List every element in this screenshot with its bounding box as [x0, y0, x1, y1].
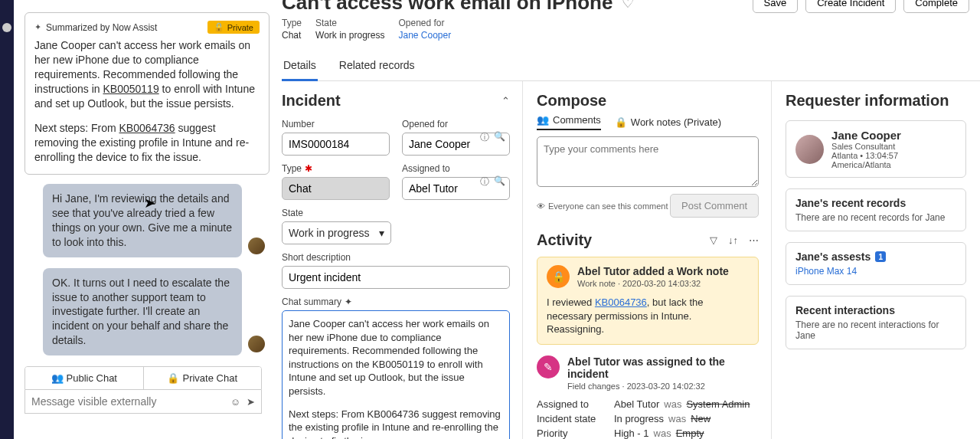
tab-details[interactable]: Details — [282, 54, 318, 81]
recent-records-empty: There are no recent records for Jane — [795, 212, 956, 223]
assets-count-badge: 1 — [875, 251, 886, 262]
kb-link[interactable]: KB0050119 — [103, 83, 158, 95]
agent-message: Hi Jane, I'm reviewing the details and s… — [43, 184, 242, 257]
comment-textarea[interactable] — [537, 136, 759, 187]
recent-interactions-card[interactable]: Recent interactions There are no recent … — [786, 296, 966, 349]
short-description-field[interactable] — [282, 266, 510, 289]
assignment-meta: Field changes · 2023-03-20 14:02:32 — [567, 382, 759, 391]
sort-icon[interactable]: ↓↑ — [728, 234, 738, 246]
field-change-entry: ✎ Abel Tutor was assigned to the inciden… — [537, 355, 759, 439]
more-icon[interactable]: ⋯ — [749, 234, 759, 246]
sparkle-icon: ✦ — [345, 296, 352, 307]
requester-role: Sales Consultant — [831, 142, 956, 151]
incident-section-title: Incident — [282, 92, 341, 110]
agent-message: OK. It turns out I need to escalate the … — [43, 268, 242, 355]
meta-type-value: Chat — [282, 30, 302, 41]
requester-avatar — [795, 135, 824, 164]
meta-state-value: Work in progress — [315, 30, 384, 41]
compose-section-title: Compose — [537, 92, 759, 110]
interactions-empty: There are no recent interactions for Jan… — [795, 319, 956, 341]
visibility-note: 👁 Everyone can see this comment — [537, 201, 668, 211]
meta-type-label: Type — [282, 18, 302, 28]
eye-icon: 👁 — [537, 201, 545, 211]
lock-icon: 🔒 — [167, 372, 179, 384]
complete-button[interactable]: Complete — [903, 0, 969, 13]
create-incident-button[interactable]: Create Incident — [805, 0, 896, 13]
public-chat-tab[interactable]: 👥 Public Chat — [25, 367, 143, 389]
required-icon: ✱ — [305, 163, 312, 174]
meta-openedfor-label: Opened for — [399, 18, 452, 28]
people-icon: 👥 — [51, 372, 64, 384]
type-label: Type — [282, 163, 302, 174]
favorite-icon[interactable]: ♡ — [622, 0, 634, 11]
post-comment-button[interactable]: Post Comment — [670, 194, 759, 218]
chat-summary-field[interactable]: Jane Cooper can't access her work emails… — [282, 310, 510, 439]
state-label: State — [282, 208, 391, 218]
app-rail-item[interactable] — [2, 23, 11, 32]
info-icon[interactable]: ⓘ — [480, 175, 489, 188]
assets-card[interactable]: Jane's assests 1 iPhone Max 14 — [786, 242, 966, 285]
meta-openedfor-value[interactable]: Jane Cooper — [399, 30, 452, 41]
page-title: Can't access work email on iPhone — [282, 0, 612, 13]
tab-related-records[interactable]: Related records — [338, 54, 416, 80]
work-notes-tab[interactable]: 🔒 Work notes (Private) — [615, 114, 721, 130]
collapse-icon[interactable]: ⌃ — [501, 95, 510, 106]
filter-icon[interactable]: ▽ — [710, 234, 717, 246]
number-label: Number — [282, 119, 390, 129]
now-assist-summary-card: ✦ Summarized by Now Assist 🔒 Private Jan… — [24, 12, 270, 175]
activity-section-title: Activity — [537, 231, 592, 249]
emoji-icon[interactable]: ☺ — [230, 396, 240, 408]
interactions-title: Recent interactions — [795, 304, 956, 316]
people-icon: 👥 — [537, 114, 549, 126]
summary-by-label: Summarized by Now Assist — [46, 22, 157, 33]
agent-avatar — [248, 238, 265, 254]
chat-summary-label: Chat summary — [282, 296, 341, 307]
save-button[interactable]: Save — [753, 0, 799, 13]
recent-records-card[interactable]: Jane's recent records There are no recen… — [786, 188, 966, 231]
lock-icon: 🔒 — [214, 22, 224, 32]
work-note-meta: Work note · 2020-03-20 14:03:32 — [577, 279, 729, 288]
number-field[interactable] — [282, 133, 390, 156]
edit-badge-icon: ✎ — [537, 355, 560, 378]
agent-avatar — [248, 336, 265, 352]
recent-records-title: Jane's recent records — [795, 197, 956, 209]
send-icon[interactable]: ➤ — [247, 396, 255, 408]
assets-title: Jane's assests — [795, 251, 871, 263]
requester-card[interactable]: Jane Cooper Sales Consultant Atlanta • 1… — [786, 120, 966, 178]
requester-name: Jane Cooper — [831, 129, 956, 142]
opened-for-label: Opened for — [402, 119, 510, 129]
private-badge: 🔒 Private — [207, 21, 260, 34]
chevron-down-icon: ▾ — [379, 227, 384, 239]
assigned-to-label: Assigned to — [402, 163, 510, 174]
info-icon[interactable]: ⓘ — [480, 131, 489, 144]
kb-link[interactable]: KB0064736 — [119, 122, 175, 134]
short-desc-label: Short description — [282, 252, 510, 263]
work-note-title: Abel Tutor added a Work note — [577, 265, 729, 277]
requester-section-title: Requester information — [786, 92, 966, 110]
requester-location: Atlanta • 13:04:57 America/Atlanta — [831, 151, 956, 169]
kb-link[interactable]: KB0064736 — [595, 296, 647, 308]
private-chat-tab[interactable]: 🔒 Private Chat — [143, 367, 262, 389]
lock-badge-icon: 🔒 — [547, 265, 570, 288]
work-note-entry: 🔒 Abel Tutor added a Work note Work note… — [537, 257, 759, 345]
lock-icon: 🔒 — [615, 116, 627, 128]
type-field — [282, 177, 390, 200]
state-select[interactable]: Work in progress ▾ — [282, 221, 391, 244]
sparkle-icon: ✦ — [34, 22, 41, 32]
chat-message-input[interactable] — [31, 395, 224, 408]
assignment-title: Abel Tutor was assigned to the incident — [567, 355, 759, 380]
asset-item[interactable]: iPhone Max 14 — [795, 266, 956, 277]
comments-tab[interactable]: 👥 Comments — [537, 114, 601, 130]
meta-state-label: State — [315, 18, 384, 28]
search-icon[interactable]: 🔍 — [494, 175, 505, 188]
search-icon[interactable]: 🔍 — [494, 131, 505, 144]
